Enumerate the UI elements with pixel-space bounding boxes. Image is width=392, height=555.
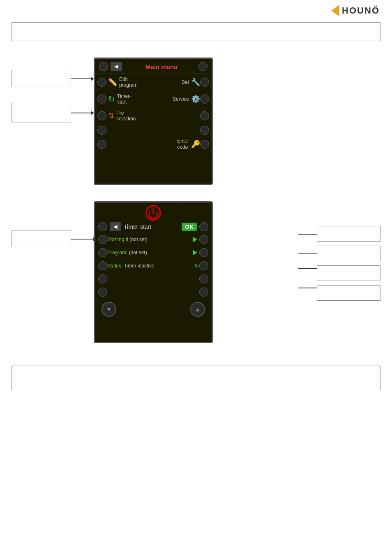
arrow-right-icon-2 bbox=[193, 250, 197, 256]
side-btn-starting-left[interactable] bbox=[98, 235, 107, 244]
side-btn-service[interactable] bbox=[200, 94, 209, 104]
side-btn-e1-left[interactable] bbox=[98, 274, 107, 283]
set-label: Set bbox=[182, 79, 189, 85]
program-arrow[interactable] bbox=[190, 249, 199, 256]
timer-bottom-nav: ▼ ▲ bbox=[95, 299, 212, 318]
menu-item-timer-start[interactable]: ↻ Timer-start bbox=[106, 92, 173, 106]
menu-item-preselection[interactable]: ⇅ Preselection bbox=[106, 109, 155, 123]
timer-back-button[interactable]: ◄ bbox=[110, 222, 121, 231]
connector-timer-left bbox=[71, 239, 94, 240]
side-btn-empty-left[interactable] bbox=[97, 126, 106, 135]
connector-line-2 bbox=[71, 113, 92, 113]
timer-icon: ↻ bbox=[108, 94, 115, 104]
set-icon: 🔧 bbox=[191, 78, 200, 87]
callout-right-2 bbox=[317, 246, 380, 261]
side-btn-e2-right[interactable] bbox=[199, 288, 208, 297]
logo-arrow-icon bbox=[331, 5, 339, 16]
ok-button[interactable]: OK bbox=[182, 223, 197, 231]
edit-program-label: Editprogram bbox=[119, 76, 138, 88]
logo: HOUNÖ bbox=[331, 5, 380, 16]
starting-value: (not set) bbox=[129, 237, 148, 242]
starting-label: Starting ti (not set) bbox=[107, 237, 190, 242]
timer-side-btn-right[interactable] bbox=[199, 222, 208, 231]
side-btn-program-left[interactable] bbox=[98, 248, 107, 257]
side-btn-presel[interactable] bbox=[97, 111, 106, 120]
service-icon: ⚙️ bbox=[191, 94, 200, 104]
timer-header: ◄ Timer-start OK bbox=[95, 221, 212, 233]
section1: ◄ Main menu ✏️ Editprogram Set 🔧 ↻ Timer… bbox=[12, 58, 380, 193]
timer-row-empty2 bbox=[95, 286, 212, 299]
section2: ◄ Timer-start OK Starting ti (not set) P… bbox=[12, 201, 380, 357]
side-btn-program-right[interactable] bbox=[199, 248, 208, 257]
timer-side-btn-left[interactable] bbox=[98, 222, 107, 231]
main-menu-screen: ◄ Main menu ✏️ Editprogram Set 🔧 ↻ Timer… bbox=[94, 58, 213, 185]
header: HOUNÖ bbox=[0, 0, 392, 16]
callout-right-3 bbox=[317, 265, 380, 281]
timer-row-program: Program: (not set) bbox=[95, 246, 212, 259]
side-btn-status-right[interactable] bbox=[199, 261, 208, 270]
side-btn-e2-left[interactable] bbox=[98, 288, 107, 297]
presel-label: Preselection bbox=[116, 110, 136, 122]
callout-right-4 bbox=[317, 285, 380, 301]
program-label: Program: (not set) bbox=[107, 250, 190, 256]
timer-title: Timer-start bbox=[124, 223, 179, 230]
service-label: Service bbox=[173, 96, 189, 102]
timer-row-empty1 bbox=[95, 272, 212, 286]
timer-row-status: Status: Timer inactive ↻ bbox=[95, 259, 212, 272]
side-btn-entercode-right[interactable] bbox=[200, 140, 209, 149]
power-button[interactable] bbox=[145, 205, 161, 221]
bottom-info-box bbox=[12, 366, 380, 390]
side-btn-timer[interactable] bbox=[97, 94, 106, 104]
timer-screen: ◄ Timer-start OK Starting ti (not set) P… bbox=[94, 201, 213, 343]
side-btn-empty-right[interactable] bbox=[200, 126, 209, 135]
right-callouts bbox=[317, 226, 380, 301]
conn-r1 bbox=[298, 234, 317, 235]
side-btn-edit[interactable] bbox=[97, 78, 106, 87]
status-value: Timer inactive bbox=[124, 263, 154, 269]
presel-icon: ⇅ bbox=[108, 111, 114, 120]
logo-text: HOUNÖ bbox=[342, 5, 380, 16]
callout-label-1 bbox=[12, 70, 71, 87]
menu-item-enter-code[interactable]: Entercode 🔑 bbox=[177, 138, 200, 150]
enter-code-label: Entercode bbox=[177, 138, 189, 150]
starting-arrow[interactable] bbox=[190, 236, 199, 243]
side-btn-top-left[interactable] bbox=[99, 62, 108, 71]
bottom-btn-left[interactable]: ▼ bbox=[101, 302, 116, 317]
program-value: (not set) bbox=[129, 250, 147, 256]
refresh-icon[interactable]: ↻ bbox=[194, 263, 199, 269]
enter-code-icon: 🔑 bbox=[191, 140, 200, 149]
bottom-btn-right[interactable]: ▲ bbox=[190, 302, 205, 317]
timer-label: Timer-start bbox=[117, 93, 131, 105]
side-btn-set[interactable] bbox=[200, 78, 209, 87]
side-btn-top-right[interactable] bbox=[198, 62, 208, 71]
connector-line-1 bbox=[71, 78, 92, 79]
power-arc-icon bbox=[149, 210, 158, 219]
side-btn-presel-right[interactable] bbox=[200, 111, 209, 120]
side-btn-entercode-left[interactable] bbox=[97, 140, 106, 149]
arrow-right-icon-1 bbox=[193, 237, 197, 242]
side-btn-status-left[interactable] bbox=[98, 261, 107, 270]
back-button[interactable]: ◄ bbox=[111, 62, 122, 71]
top-info-box bbox=[12, 22, 380, 41]
menu-item-set[interactable]: Set 🔧 bbox=[182, 78, 200, 87]
edit-program-icon: ✏️ bbox=[108, 78, 117, 87]
side-btn-e1-right[interactable] bbox=[199, 274, 208, 283]
status-label: Status: Timer inactive bbox=[107, 263, 194, 269]
conn-r2 bbox=[298, 253, 317, 254]
menu-item-edit-program[interactable]: ✏️ Editprogram bbox=[106, 76, 182, 89]
power-btn-container bbox=[95, 203, 212, 221]
callout-right-1 bbox=[317, 226, 380, 242]
timer-row-starting: Starting ti (not set) bbox=[95, 233, 212, 246]
menu-item-service[interactable]: Service ⚙️ bbox=[173, 94, 200, 104]
callout-left-timer bbox=[12, 230, 71, 247]
conn-r3 bbox=[298, 268, 317, 269]
side-btn-starting-right[interactable] bbox=[199, 235, 208, 244]
main-menu-title: Main menu bbox=[125, 63, 198, 70]
conn-r4 bbox=[298, 288, 317, 288]
callout-label-2 bbox=[12, 103, 71, 122]
